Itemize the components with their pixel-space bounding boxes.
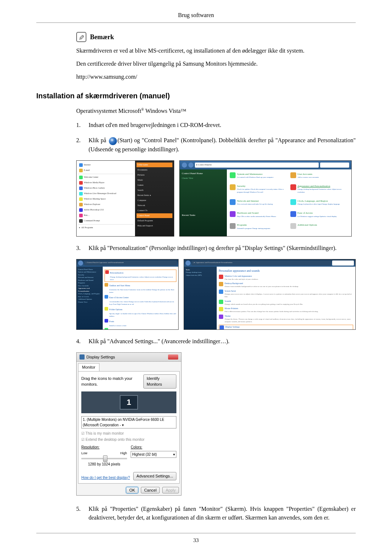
close-icon[interactable]	[168, 354, 178, 360]
back-icon[interactable]	[185, 260, 191, 266]
personalization-panel-screenshot: « ▸ Appearance and Personalization ▸ Per…	[184, 259, 356, 330]
colors-select[interactable]: Highest (32 bit)▾	[131, 451, 176, 458]
screenshot-row-1: Internet E-mail Welcome Center Windows M…	[76, 160, 356, 237]
ok-button[interactable]: OK	[126, 487, 138, 493]
step-3: 3. Klik på "Personalization" (Personlige…	[76, 244, 356, 253]
personalization-link[interactable]: PersonalizationChange desktop background…	[105, 270, 176, 282]
identify-monitors-button[interactable]: Identify Monitors	[143, 374, 176, 389]
resolution-slider[interactable]	[81, 458, 127, 459]
header-title: Brug softwaren	[178, 12, 214, 18]
back-icon[interactable]	[182, 163, 187, 168]
address-bar[interactable]: ▸ Control Panel ▸	[195, 163, 319, 168]
colors-label: Colors:	[131, 444, 176, 450]
control-panel-screenshot: ▸ Control Panel ▸ Control Panel Home Cla…	[179, 160, 352, 237]
drag-text: Drag the icons to match your monitors.	[81, 376, 143, 387]
back-icon[interactable]	[78, 260, 83, 266]
resolution-value: 1280 by 1024 pixels	[81, 461, 127, 467]
dialog-title: Display Settings	[86, 354, 115, 360]
appearance-category[interactable]: Appearance and PersonalizationChange des…	[290, 184, 349, 197]
note-label: Bemærk	[90, 33, 114, 41]
note-p2: Den certificerede driver bliver tilgænge…	[76, 59, 356, 68]
note-icon	[76, 32, 86, 42]
step-2: 2. Klik på (Start) og "Control Panel" (K…	[76, 136, 356, 153]
forward-icon[interactable]	[188, 163, 193, 168]
note-block: Bemærk Skærmdriveren er ved at blive MS-…	[76, 32, 356, 81]
monitor-select[interactable]: 1. (Multiple Monitors) on NVIDIA GeForce…	[81, 416, 176, 428]
screenshot-row-2: « Control Panel ▸ Appearance and Persona…	[76, 259, 356, 330]
cancel-button[interactable]: Cancel	[141, 487, 160, 493]
display-settings-dialog: Display Settings Monitor Drag the icons …	[76, 352, 181, 496]
note-p1: Skærmdriveren er ved at blive MS-certifi…	[76, 46, 356, 55]
page-header: Brug softwaren	[36, 11, 356, 23]
intro-line: Operativsystemet Microsoft® Windows Vist…	[76, 107, 356, 115]
note-p3: http://www.samsung.com/	[76, 73, 356, 81]
monitor-1[interactable]: 1	[120, 395, 138, 410]
user-folder-item[interactable]: folder name	[136, 163, 172, 167]
monitor-icon	[79, 354, 85, 360]
start-menu-screenshot: Internet E-mail Welcome Center Windows M…	[76, 160, 174, 237]
monitor-tab[interactable]: Monitor	[78, 363, 99, 371]
control-panel-item[interactable]: Control Panel	[136, 213, 172, 218]
step-5: 5. Klik på "Properties" (Egenskaber) på …	[76, 505, 356, 522]
display-settings-link[interactable]: Display SettingsAdjust your monitor reso…	[219, 325, 353, 330]
step-1: 1. Indsæt cd'en med brugervejledningen i…	[76, 121, 356, 130]
page-footer: 33	[36, 533, 356, 545]
search-input[interactable]	[320, 163, 349, 168]
appearance-panel-screenshot: « Control Panel ▸ Appearance and Persona…	[76, 259, 179, 330]
main-monitor-checkbox: ☑ This is my main monitor	[81, 431, 176, 436]
help-link[interactable]: How do I get the best display?	[81, 475, 130, 480]
section-heading: Installation af skærmdriveren (manuel)	[36, 90, 356, 101]
advanced-settings-button[interactable]: Advanced Settings...	[133, 472, 176, 480]
resolution-label: Resolution:	[81, 444, 127, 450]
start-orb-icon	[109, 137, 117, 145]
apply-button: Apply	[162, 487, 179, 493]
step-4: 4. Klik på "Advanced Settings..." (Avanc…	[76, 337, 356, 346]
monitor-layout-area[interactable]: 1	[81, 391, 176, 413]
page-number: 33	[193, 537, 199, 543]
extend-desktop-checkbox: ☑ Extend the desktop onto this monitor	[81, 437, 176, 442]
